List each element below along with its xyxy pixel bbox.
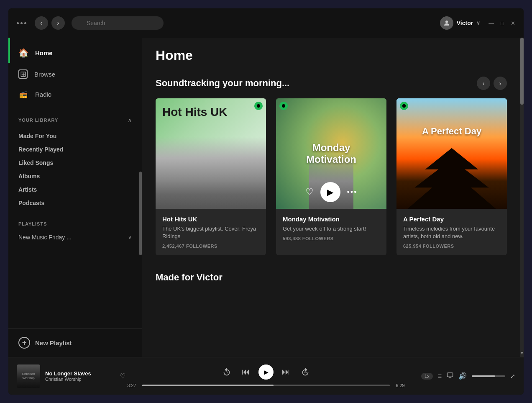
- playlist-item-new-music-friday[interactable]: New Music Friday ... ∨: [18, 231, 132, 243]
- svg-rect-6: [447, 373, 453, 377]
- sidebar-item-browse-label: Browse: [34, 71, 55, 78]
- search-input[interactable]: [72, 16, 164, 30]
- main-content[interactable]: Home Soundtracking your morning... ‹ ›: [142, 38, 520, 357]
- svg-point-3: [402, 104, 406, 108]
- menu-dots[interactable]: [17, 22, 26, 24]
- volume-fill: [472, 375, 495, 377]
- previous-button[interactable]: ⏮: [242, 367, 250, 377]
- new-playlist-label: New Playlist: [35, 339, 72, 347]
- next-button[interactable]: ⏭: [282, 367, 290, 377]
- card-hot-hits-uk[interactable]: Hot Hits UK Hot Hits UK The UK's biggest…: [156, 98, 266, 255]
- library-link-made-for-you[interactable]: Made For You: [18, 130, 132, 142]
- library-link-recently-played[interactable]: Recently Played: [18, 144, 132, 155]
- monday-more-button[interactable]: •••: [347, 188, 358, 197]
- card-hot-hits-uk-name: Hot Hits UK: [162, 216, 259, 223]
- maximize-button[interactable]: □: [501, 20, 504, 26]
- sidebar-item-browse[interactable]: ⊞ Browse: [8, 64, 142, 85]
- card-a-perfect-day-desc: Timeless melodies from your favourite ar…: [403, 225, 500, 240]
- right-scrollbar[interactable]: ▲ ▼: [520, 38, 524, 357]
- track-name: No Longer Slaves: [45, 370, 115, 377]
- nav-items: 🏠 Home ⊞ Browse 📻 Radio: [8, 38, 142, 108]
- close-button[interactable]: ✕: [511, 20, 515, 26]
- radio-icon: 📻: [18, 90, 28, 98]
- card-hot-hits-uk-followers: 2,452,467 FOLLOWERS: [162, 244, 259, 249]
- user-area[interactable]: Victor ∨: [440, 16, 480, 30]
- card-a-perfect-day[interactable]: A Perfect Day A Perfect Day Timeless mel…: [396, 98, 507, 255]
- nav-buttons: ‹ ›: [35, 16, 65, 30]
- track-artist: Christian Worship: [45, 377, 115, 382]
- svg-text:15: 15: [304, 371, 307, 373]
- playlist-item-label: New Music Friday ...: [18, 234, 72, 241]
- player-buttons: 15 ⏮ ▶ ⏭ 15: [220, 364, 312, 380]
- playlist-dropdown-icon: ∨: [128, 234, 132, 240]
- track-thumbnail: Christian Worship: [17, 364, 40, 388]
- playlists-title: PLAYLISTS: [18, 221, 132, 226]
- monday-text-overlay: MondayMotivation: [306, 142, 356, 165]
- sidebar-item-home[interactable]: 🏠 Home: [8, 42, 142, 64]
- track-info: No Longer Slaves Christian Worship: [45, 370, 115, 382]
- progress-fill: [142, 385, 274, 386]
- library-section: YOUR LIBRARY ∧ Made For You Recently Pla…: [8, 108, 142, 213]
- back-button[interactable]: ‹: [35, 16, 48, 30]
- track-thumbnail-label: Christian Worship: [18, 372, 38, 380]
- sidebar-item-radio-label: Radio: [35, 91, 51, 98]
- spotify-logo-hot-hits: [254, 102, 263, 110]
- progress-area: 3:27 6:29: [125, 383, 407, 388]
- forward-button[interactable]: ›: [51, 16, 65, 30]
- section-next-button[interactable]: ›: [494, 77, 507, 90]
- made-for-victor-title: Made for Victor: [156, 272, 507, 283]
- browse-icon: ⊞: [18, 69, 28, 79]
- scrollbar-arrow-down[interactable]: ▼: [520, 349, 524, 357]
- home-icon: 🏠: [18, 48, 28, 58]
- playlists-section: PLAYLISTS New Music Friday ... ∨: [8, 213, 142, 247]
- monday-play-button[interactable]: ▶: [320, 182, 340, 202]
- current-time: 3:27: [125, 383, 138, 388]
- monday-heart-button[interactable]: ♡: [305, 187, 314, 198]
- card-a-perfect-day-image: A Perfect Day: [396, 98, 507, 209]
- total-time: 6:29: [394, 383, 407, 388]
- card-a-perfect-day-followers: 625,954 FOLLOWERS: [403, 244, 500, 249]
- player-track: Christian Worship No Longer Slaves Chris…: [17, 364, 125, 388]
- library-link-artists[interactable]: Artists: [18, 184, 132, 195]
- card-monday-motivation-image: MondayMotivation ♡ ▶ •••: [276, 98, 386, 209]
- library-link-podcasts[interactable]: Podcasts: [18, 197, 132, 209]
- library-link-liked-songs[interactable]: Liked Songs: [18, 157, 132, 169]
- card-a-perfect-day-info: A Perfect Day Timeless melodies from you…: [396, 209, 507, 255]
- library-collapse-button[interactable]: ∧: [128, 117, 132, 123]
- library-links: Made For You Recently Played Liked Songs…: [18, 130, 132, 209]
- sidebar-scrollbar[interactable]: [139, 172, 142, 255]
- track-heart-button[interactable]: ♡: [120, 372, 125, 380]
- window-controls: — □ ✕: [489, 20, 515, 26]
- player-bar: Christian Worship No Longer Slaves Chris…: [8, 357, 524, 395]
- active-indicator: [8, 38, 10, 63]
- speed-button[interactable]: 1x: [421, 373, 433, 380]
- library-link-albums[interactable]: Albums: [18, 170, 132, 182]
- devices-icon[interactable]: [447, 372, 453, 380]
- search-wrapper: 🔍: [72, 16, 164, 30]
- queue-icon[interactable]: ≡: [438, 372, 442, 380]
- svg-rect-7: [449, 377, 452, 378]
- volume-icon[interactable]: 🔊: [458, 372, 467, 380]
- user-dropdown-icon[interactable]: ∨: [476, 20, 480, 26]
- card-monday-motivation-desc: Get your week off to a strong start!: [283, 225, 380, 233]
- skip-back-button[interactable]: 15: [220, 365, 233, 379]
- minimize-button[interactable]: —: [489, 20, 494, 26]
- progress-bar[interactable]: [142, 385, 390, 386]
- title-bar: ‹ › 🔍 Victor ∨ — □ ✕: [8, 8, 524, 38]
- scrollbar-thumb[interactable]: [520, 38, 524, 105]
- library-title: YOUR LIBRARY: [18, 118, 58, 123]
- card-monday-motivation[interactable]: MondayMotivation ♡ ▶ •••: [276, 98, 386, 255]
- expand-button[interactable]: ⤢: [510, 373, 515, 380]
- section-prev-button[interactable]: ‹: [477, 77, 490, 90]
- play-pause-button[interactable]: ▶: [258, 364, 274, 380]
- card-monday-motivation-followers: 593,488 FOLLOWERS: [283, 236, 380, 241]
- spotify-logo-monday: [279, 102, 288, 110]
- morning-section-header: Soundtracking your morning... ‹ ›: [156, 77, 507, 90]
- sidebar-item-radio[interactable]: 📻 Radio: [8, 85, 142, 104]
- new-playlist-button[interactable]: + New Playlist: [8, 328, 142, 357]
- plus-icon: +: [18, 337, 30, 349]
- hot-hits-title-overlay: Hot Hits UK: [162, 105, 228, 119]
- skip-forward-button[interactable]: 15: [299, 365, 312, 379]
- card-a-perfect-day-name: A Perfect Day: [403, 216, 500, 223]
- volume-bar[interactable]: [472, 375, 505, 377]
